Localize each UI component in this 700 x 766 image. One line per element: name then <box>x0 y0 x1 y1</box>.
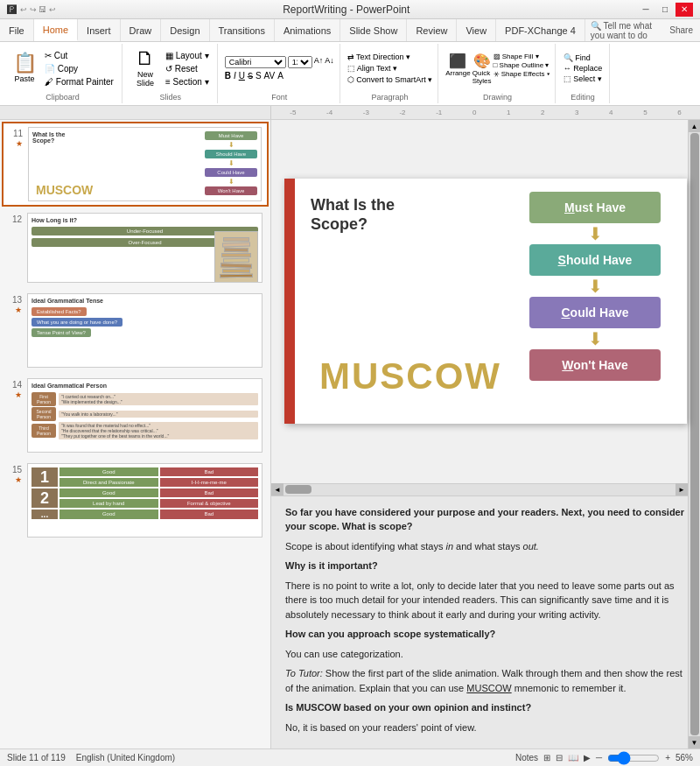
layout-button[interactable]: ▦ Layout ▾ <box>163 50 212 61</box>
main-slide[interactable]: What Is the Scope? Must Have ⬇ Should Ha… <box>284 179 687 424</box>
slide-15-bad1b: I-I-I-me-me-me <box>160 478 259 487</box>
slide-main-title[interactable]: What Is the Scope? <box>311 196 395 234</box>
ribbon-content: 📋 Paste ✂ Cut 📄 Copy 🖌 Format Painter Cl… <box>0 42 700 105</box>
slide-12-thumb[interactable]: 12 How Long is it? Under-Focused Over-Fo… <box>2 208 269 287</box>
zoom-level: 56% <box>676 753 693 762</box>
vertical-scrollbar[interactable]: ▲ ▼ <box>688 120 700 483</box>
zoom-in-button[interactable]: + <box>665 753 670 762</box>
slide-14-thumb[interactable]: 14★ Ideal Grammatical Person FirstPerson… <box>2 374 269 457</box>
close-button[interactable]: ✕ <box>676 3 693 17</box>
slide-14-first-bullets: "I carried out research on...""We implem… <box>59 393 258 405</box>
scroll-up-button[interactable]: ▲ <box>689 120 701 132</box>
slide-muscow-text[interactable]: MUSCOW <box>319 355 501 397</box>
share-button[interactable]: Share <box>662 19 700 41</box>
tab-file[interactable]: File <box>0 19 34 41</box>
slide-14-second-person: SecondPerson <box>32 407 56 421</box>
slide-15-grid-row3: ... Good Bad <box>32 509 258 519</box>
slides-group: 🗋 NewSlide ▦ Layout ▾ ↺ Reset ≡ Section … <box>124 44 218 103</box>
slide-11-thumb[interactable]: 11★ What Is theScope? MUSCOW Must Have ⬇… <box>2 122 269 207</box>
font-size-decrease[interactable]: A↓ <box>325 56 334 68</box>
view-slidesorter-button[interactable]: ⊟ <box>556 753 563 762</box>
slide-11-box-could: Could Have <box>205 168 257 177</box>
section-button[interactable]: ≡ Section ▾ <box>163 76 212 88</box>
view-presentation-button[interactable]: ▶ <box>584 753 591 762</box>
flow-box-should[interactable]: Should Have <box>529 244 661 276</box>
title-bar-left: 🅿 ↩ ↪ 🖫 ↩ <box>7 4 56 15</box>
char-spacing-button[interactable]: AV <box>264 71 276 81</box>
font-size-increase[interactable]: A↑ <box>314 56 324 68</box>
quick-styles-button[interactable]: 🎨QuickStyles <box>472 53 492 85</box>
select-button[interactable]: ⬚ Select ▾ <box>564 74 603 83</box>
new-slide-button[interactable]: 🗋 NewSlide <box>130 47 161 89</box>
ruler-main: -5-4-3-2-10123456 <box>271 106 700 119</box>
flow-box-could[interactable]: Could Have <box>529 297 661 328</box>
notes-para3-bold: How can you approach scope systematicall… <box>285 629 495 639</box>
tell-me-input[interactable]: 🔍 Tell me what you want to do <box>585 19 662 41</box>
tab-animations[interactable]: Animations <box>275 19 340 41</box>
maximize-button[interactable]: □ <box>656 3 674 17</box>
tab-view[interactable]: View <box>457 19 496 41</box>
cut-button[interactable]: ✂ Cut <box>42 50 116 61</box>
scroll-thumb[interactable] <box>690 133 699 483</box>
find-button[interactable]: 🔍 Find <box>564 53 603 62</box>
strikethrough-button[interactable]: S̶ <box>248 71 253 81</box>
slide-view[interactable]: ▲ ▼ What Is the Scope? Must Have ⬇ Shoul… <box>271 120 700 483</box>
slide-15-bad2b: Formal & objective <box>160 499 259 508</box>
quick-access: ↩ ↪ 🖫 ↩ <box>20 5 56 14</box>
convert-smartart-button[interactable]: ⬡ Convert to SmartArt ▾ <box>347 75 433 84</box>
slide-13-thumb[interactable]: 13★ Ideal Grammatical Tense Established … <box>2 289 269 372</box>
tab-home[interactable]: Home <box>34 19 78 41</box>
slide-15-thumb[interactable]: 15★ 1 Good Bad Direct and Passionate I-I… <box>2 459 269 542</box>
tab-review[interactable]: Review <box>407 19 457 41</box>
notes-status-button[interactable]: Notes <box>515 753 538 762</box>
ribbon-tab-bar: File Home Insert Draw Design Transitions… <box>0 19 700 42</box>
copy-button[interactable]: 📄 Copy <box>42 63 116 74</box>
zoom-slider[interactable] <box>607 751 660 765</box>
notes-scope-out: out. <box>523 541 539 552</box>
paste-icon: 📋 <box>13 53 37 73</box>
italic-button[interactable]: I <box>234 71 236 81</box>
tab-insert[interactable]: Insert <box>78 19 121 41</box>
text-direction-button[interactable]: ⇄ Text Direction ▾ <box>347 53 410 61</box>
paste-button[interactable]: 📋 Paste <box>9 52 40 85</box>
minimize-button[interactable]: ─ <box>637 3 654 17</box>
tab-slideshow[interactable]: Slide Show <box>340 19 407 41</box>
notes-para4-link[interactable]: MUSCOW <box>466 683 511 693</box>
font-family-select[interactable]: Calibri <box>225 56 286 68</box>
view-reading-button[interactable]: 📖 <box>568 753 578 762</box>
font-group: Calibri 12 A↑ A↓ B I U S̶ S AV A <box>220 44 340 103</box>
reset-button[interactable]: ↺ Reset <box>163 63 212 74</box>
horizontal-scrollbar[interactable]: ◄ ► <box>271 483 688 495</box>
tab-transitions[interactable]: Transitions <box>210 19 275 41</box>
shape-fill-button[interactable]: ▨ Shape Fill ▾ <box>494 53 550 60</box>
scroll-left-button[interactable]: ◄ <box>271 483 284 495</box>
font-color-button[interactable]: A <box>277 71 284 81</box>
language-indicator: English (United Kingdom) <box>76 753 175 762</box>
font-row1: Calibri 12 A↑ A↓ <box>225 56 334 68</box>
shape-outline-button[interactable]: □ Shape Outline ▾ <box>494 61 550 69</box>
tab-design[interactable]: Design <box>161 19 209 41</box>
flow-box-wont[interactable]: Won't Have <box>529 349 661 381</box>
replace-button[interactable]: ↔ Replace <box>564 64 603 73</box>
shape-effects-button[interactable]: ⚹ Shape Effects ▾ <box>494 70 550 79</box>
view-normal-button[interactable]: ⊞ <box>543 753 550 762</box>
bold-button[interactable]: B <box>225 71 231 81</box>
flow-box-must[interactable]: Must Have <box>529 192 661 223</box>
paragraph-group: ⇄ Text Direction ▾ ⬚ Align Text ▾ ⬡ Conv… <box>342 44 439 103</box>
notes-para2-text: There is no point to write a lot, only t… <box>285 579 686 622</box>
format-painter-button[interactable]: 🖌 Format Painter <box>42 76 116 88</box>
underline-button[interactable]: U <box>239 71 245 81</box>
zoom-out-button[interactable]: ─ <box>596 753 602 762</box>
scroll-h-thumb[interactable] <box>285 485 312 494</box>
flow-arrow-1: ⬇ <box>588 227 603 241</box>
paragraph-content: ⇄ Text Direction ▾ ⬚ Align Text ▾ ⬡ Conv… <box>347 46 433 91</box>
tab-pdfxchange[interactable]: PDF-XChange 4 <box>496 19 585 41</box>
arrange-button[interactable]: ⬛Arrange <box>445 53 470 85</box>
align-text-button[interactable]: ⬚ Align Text ▾ <box>347 64 397 73</box>
text-shadow-button[interactable]: S <box>256 71 262 81</box>
ribbon: File Home Insert Draw Design Transitions… <box>0 19 700 106</box>
font-size-select[interactable]: 12 <box>288 56 312 68</box>
window-title: ReportWriting - PowerPoint <box>283 4 410 16</box>
tab-draw[interactable]: Draw <box>121 19 162 41</box>
scroll-right-button[interactable]: ► <box>676 483 688 495</box>
